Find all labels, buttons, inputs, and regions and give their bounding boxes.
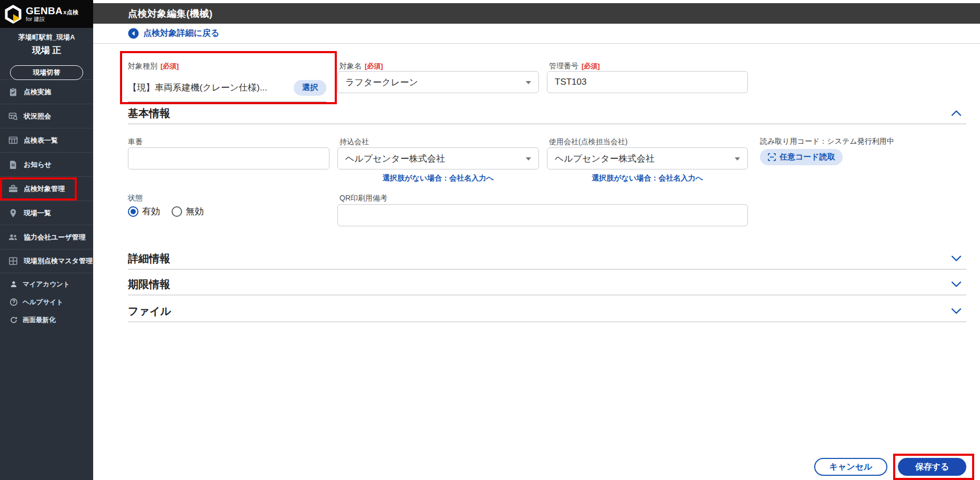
sidebar-item-label: 現場一覧: [24, 208, 51, 218]
qr-scan-icon: [767, 153, 776, 162]
chevron-down-icon: [735, 157, 740, 161]
users-icon: [8, 232, 18, 243]
status-table-icon: [8, 111, 18, 122]
radio-label: 有効: [142, 205, 160, 217]
vehicle-number-label: 車番: [128, 137, 143, 147]
bring-in-company-label: 持込会社: [339, 137, 369, 147]
section-title: 詳細情報: [128, 252, 170, 266]
sidebar-item-inspection-target-management[interactable]: 点検対象管理: [0, 176, 93, 201]
sidebar-item-help-site[interactable]: ヘルプサイト: [0, 293, 93, 311]
target-name-label: 対象名[必須]: [339, 62, 383, 71]
site-name: 茅場町駅前_現場A: [0, 33, 93, 42]
sidebar-item-screen-refresh[interactable]: 画面最新化: [0, 311, 93, 329]
qr-note-input[interactable]: [337, 204, 748, 226]
site-role: 現場 正: [0, 44, 93, 56]
status-radio-active[interactable]: 有効: [128, 205, 160, 217]
required-badge: [必須]: [365, 62, 383, 70]
target-type-select-button[interactable]: 選択: [294, 80, 326, 96]
toolbox-icon: [8, 184, 18, 194]
status-label: 状態: [128, 194, 143, 203]
section-header-detail-info[interactable]: 詳細情報: [128, 252, 966, 269]
chevron-down-icon[interactable]: [951, 307, 962, 315]
sidebar-item-status-inquiry[interactable]: 状況照会: [0, 104, 93, 128]
section-title: ファイル: [128, 304, 171, 318]
using-company-manual-link[interactable]: 選択肢がない場合：会社名入力へ: [547, 174, 748, 183]
bring-in-company-manual-link[interactable]: 選択肢がない場合：会社名入力へ: [337, 174, 539, 183]
page-header: 点検対象編集(機械): [93, 3, 980, 24]
target-name-value: ラフタークレーン: [345, 76, 418, 88]
chevron-down-icon[interactable]: [951, 255, 962, 262]
control-number-input[interactable]: [547, 71, 748, 93]
grid-icon: [8, 256, 18, 266]
document-icon: [8, 159, 18, 170]
sidebar-item-label: 現場別点検マスタ管理: [24, 256, 93, 266]
section-title: 基本情報: [128, 106, 170, 121]
sidebar-item-label: 点検表一覧: [24, 136, 58, 145]
status-radio-inactive[interactable]: 無効: [172, 205, 204, 217]
app-logo: GENBAx点検 for 建設: [0, 0, 93, 28]
qr-note-label: QR印刷用備考: [339, 194, 387, 203]
control-number-label: 管理番号[必須]: [549, 62, 600, 71]
using-company-value: ヘルプセンター株式会社: [555, 153, 654, 165]
save-button[interactable]: 保存する: [898, 458, 966, 476]
app-root: GENBAx点検 for 建設 茅場町駅前_現場A 現場 正 現場切替 点検実施…: [0, 0, 980, 480]
sidebar-item-label: 点検対象管理: [24, 184, 65, 194]
section-header-file[interactable]: ファイル: [128, 304, 966, 322]
target-type-value: 【現】車両系建機(クレーン仕様)...: [128, 82, 267, 94]
section-title: 期限情報: [128, 277, 170, 292]
back-navigation-row: 点検対象詳細に戻る: [93, 24, 980, 44]
sidebar-item-label: 協力会社ユーザ管理: [24, 233, 86, 242]
logo-text: GENBAx点検 for 建設: [26, 6, 78, 23]
logo-suffix: x点検: [63, 9, 78, 15]
sidebar-item-site-list[interactable]: 現場一覧: [0, 201, 93, 225]
back-icon[interactable]: [128, 28, 139, 39]
clipboard-check-icon: [8, 87, 18, 97]
bring-in-company-select[interactable]: ヘルプセンター株式会社: [337, 147, 539, 169]
using-company-select[interactable]: ヘルプセンター株式会社: [547, 147, 748, 169]
chevron-down-icon[interactable]: [951, 281, 962, 288]
read-code-button[interactable]: 任意コード読取: [760, 149, 843, 165]
sidebar-item-my-account[interactable]: マイアカウント: [0, 275, 93, 293]
chevron-down-icon: [526, 81, 531, 84]
site-switch-button[interactable]: 現場切替: [10, 65, 83, 80]
radio-label: 無効: [186, 205, 204, 217]
radio-unchecked-icon: [172, 206, 182, 217]
sidebar-item-label: 点検実施: [24, 87, 51, 97]
sidebar-item-label: 画面最新化: [23, 316, 56, 325]
target-name-select[interactable]: ラフタークレーン: [337, 71, 539, 93]
refresh-icon: [9, 316, 18, 324]
sidebar-item-label: 状況照会: [24, 112, 51, 121]
sidebar-item-sheet-list[interactable]: 点検表一覧: [0, 128, 93, 152]
read-code-button-label: 任意コード読取: [779, 152, 835, 162]
target-type-label: 対象種別[必須]: [128, 62, 179, 71]
sidebar-menu: 点検実施 状況照会 点検表一覧 お知らせ 点検対象管理 現場一覧: [0, 79, 93, 273]
genba-logo-icon: [4, 5, 23, 24]
required-badge: [必須]: [582, 62, 600, 70]
reading-code-label: 読み取り用コード：システム発行利用中: [760, 137, 894, 146]
status-radio-group: 有効 無効: [128, 205, 204, 217]
section-header-basic-info[interactable]: 基本情報: [128, 106, 966, 124]
back-link[interactable]: 点検対象詳細に戻る: [143, 28, 219, 39]
chevron-up-icon[interactable]: [951, 109, 962, 117]
sidebar-footer-menu: マイアカウント ヘルプサイト 画面最新化: [0, 275, 93, 329]
location-pin-icon: [8, 208, 18, 218]
chevron-down-icon: [526, 157, 531, 161]
logo-title: GENBA: [26, 5, 63, 16]
target-type-field: 【現】車両系建機(クレーン仕様)... 選択: [128, 76, 326, 102]
sidebar-item-label: ヘルプサイト: [23, 298, 63, 307]
help-icon: [9, 298, 18, 306]
section-header-term-info[interactable]: 期限情報: [128, 277, 966, 295]
vehicle-number-input[interactable]: [128, 147, 329, 169]
bring-in-company-value: ヘルプセンター株式会社: [345, 153, 445, 165]
sidebar: GENBAx点検 for 建設 茅場町駅前_現場A 現場 正 現場切替 点検実施…: [0, 0, 93, 480]
radio-checked-icon: [128, 206, 138, 217]
person-icon: [9, 280, 18, 288]
sidebar-item-notice[interactable]: お知らせ: [0, 152, 93, 176]
sheet-list-icon: [8, 135, 18, 146]
sidebar-item-partner-user-management[interactable]: 協力会社ユーザ管理: [0, 225, 93, 249]
sidebar-item-site-master-management[interactable]: 現場別点検マスタ管理: [0, 249, 93, 273]
logo-subtitle: for 建設: [26, 16, 78, 22]
sidebar-item-label: マイアカウント: [23, 280, 70, 289]
cancel-button[interactable]: キャンセル: [814, 458, 887, 476]
sidebar-item-inspection-run[interactable]: 点検実施: [0, 79, 93, 104]
